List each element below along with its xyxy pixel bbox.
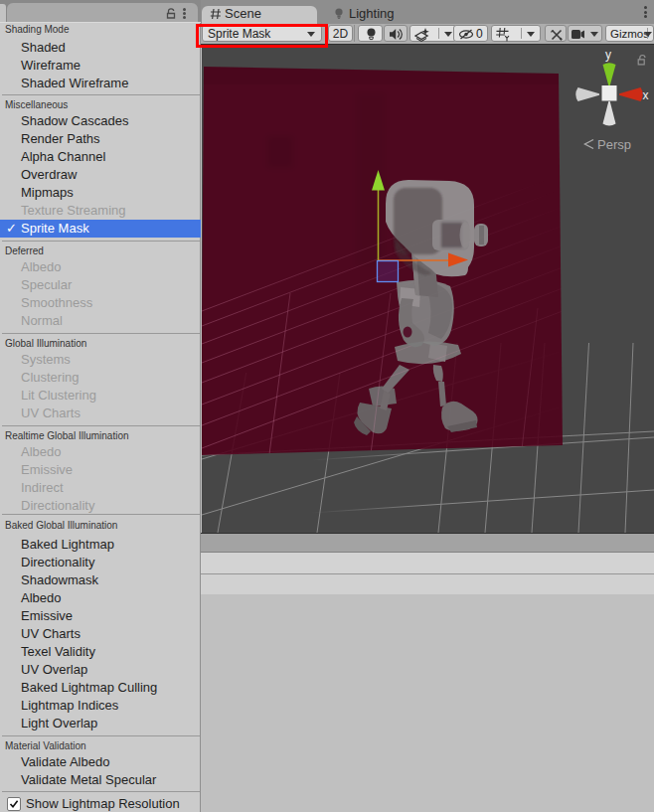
- svg-text:y: y: [605, 48, 611, 62]
- svg-text:x: x: [643, 88, 649, 102]
- svg-text:Persp: Persp: [597, 137, 631, 152]
